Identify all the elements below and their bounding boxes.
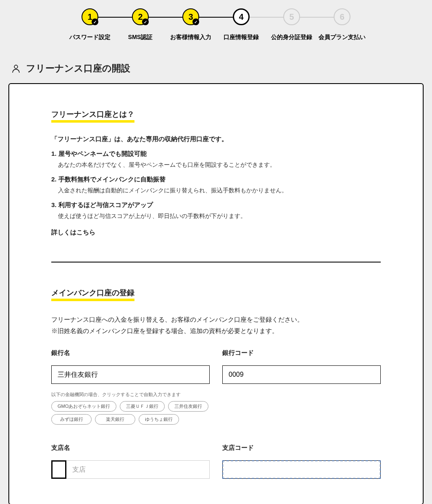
bank-name-group: 銀行名 以下の金融機関の場合、クリックすることで自動入力できます GMOあおぞら…: [51, 349, 210, 427]
check-icon: ✓: [92, 18, 98, 25]
step-circle-2: 2 ✓: [132, 8, 149, 25]
branch-code-group: 支店コード: [222, 444, 381, 479]
step-num: 6: [340, 12, 344, 22]
step-circle-3: 3 ✓: [182, 8, 199, 25]
intro-text: 「フリーナンス口座」は、あなた専用の収納代行用口座です。: [51, 135, 381, 143]
branch-input-wrap: [51, 460, 210, 479]
branch-row: 支店名 支店コード: [51, 444, 381, 479]
chip-row-1: GMOあおぞらネット銀行 三菱ＵＦＪ銀行 三井住友銀行: [51, 401, 210, 412]
quick-fill-label: 以下の金融機関の場合、クリックすることで自動入力できます: [51, 391, 210, 398]
bank-code-label: 銀行コード: [222, 349, 381, 357]
step-2: 2 ✓ SMS認証: [115, 8, 166, 41]
section-desc: フリーナンス口座への入金を振り替える、お客様のメインバンク口座をご登録ください。…: [51, 314, 381, 336]
bank-chip-mufg[interactable]: 三菱ＵＦＪ銀行: [120, 401, 165, 412]
check-icon: ✓: [142, 18, 149, 25]
step-circle-6: 6: [334, 8, 350, 25]
step-6: 6 会員プラン支払い: [317, 8, 367, 41]
page-title: フリーナンス口座の開設: [26, 62, 130, 75]
about-section: フリーナンス口座とは？ 「フリーナンス口座」は、あなた専用の収納代行用口座です。…: [51, 109, 381, 236]
benefit-3-desc: 使えば使うほど与信スコアが上がり、即日払いの手数料が下がります。: [58, 213, 381, 220]
bank-code-input[interactable]: [222, 365, 381, 384]
bank-code-group: 銀行コード: [222, 349, 381, 427]
bank-chip-gmo[interactable]: GMOあおぞらネット銀行: [51, 401, 116, 412]
step-label: 口座情報登録: [224, 34, 259, 41]
chip-row-2: みずほ銀行 楽天銀行 ゆうちょ銀行: [51, 414, 210, 425]
details-link[interactable]: 詳しくはこちら: [51, 228, 381, 236]
bank-chip-yucho[interactable]: ゆうちょ銀行: [139, 414, 179, 425]
step-label: お客様情報入力: [170, 34, 211, 41]
benefit-2-desc: 入金された報酬は自動的にメインバンクに振り替えられ、振込手数料もかかりません。: [58, 187, 381, 194]
step-circle-1: 1 ✓: [82, 8, 98, 25]
bank-chip-mizuho[interactable]: みずほ銀行: [51, 414, 92, 425]
section-divider: [51, 262, 381, 262]
progress-stepper: 1 ✓ パスワード設定 2 ✓ SMS認証 3 ✓ お客様情報入力 4 口座情報…: [0, 0, 432, 45]
branch-code-input[interactable]: [222, 460, 381, 479]
bank-name-label: 銀行名: [51, 349, 210, 357]
step-circle-5: 5: [283, 8, 300, 25]
section-heading-mainbank: メインバンク口座の登録: [51, 288, 134, 301]
branch-prefix-box[interactable]: [51, 460, 66, 479]
bank-chip-smbc[interactable]: 三井住友銀行: [168, 401, 208, 412]
step-num: 4: [239, 12, 243, 22]
branch-code-label: 支店コード: [222, 444, 381, 452]
desc-line-1: フリーナンス口座への入金を振り替える、お客様のメインバンク口座をご登録ください。: [51, 314, 381, 325]
check-icon: ✓: [192, 18, 199, 25]
step-circle-4: 4: [233, 8, 250, 25]
step-1: 1 ✓ パスワード設定: [65, 8, 115, 41]
benefit-1-desc: あなたの本名だけでなく、屋号やペンネームでも口座を開設することができます。: [58, 161, 381, 169]
step-5: 5 公的身分証登録: [266, 8, 317, 41]
step-label: パスワード設定: [69, 34, 111, 41]
branch-name-label: 支店名: [51, 444, 210, 452]
svg-point-0: [14, 65, 18, 68]
page-title-section: フリーナンス口座の開設: [0, 45, 432, 83]
step-4: 4 口座情報登録: [216, 8, 266, 41]
bank-name-input[interactable]: [51, 365, 210, 384]
step-label: 会員プラン支払い: [319, 34, 366, 41]
step-label: SMS認証: [128, 34, 153, 41]
step-3: 3 ✓ お客様情報入力: [166, 8, 216, 41]
bank-row: 銀行名 以下の金融機関の場合、クリックすることで自動入力できます GMOあおぞら…: [51, 349, 381, 427]
branch-name-input[interactable]: [66, 460, 210, 479]
section-heading-about: フリーナンス口座とは？: [51, 109, 134, 123]
desc-line-2: ※旧姓名義のメインバンク口座を登録する場合、追加の資料が必要となります。: [51, 325, 381, 336]
step-label: 公的身分証登録: [271, 34, 312, 41]
bank-chip-rakuten[interactable]: 楽天銀行: [95, 414, 135, 425]
branch-name-group: 支店名: [51, 444, 210, 479]
benefit-2-title: 2. 手数料無料でメインバンクに自動振替: [51, 176, 381, 184]
benefit-3-title: 3. 利用するほど与信スコアがアップ: [51, 201, 381, 209]
person-icon: [11, 63, 21, 74]
content-card: フリーナンス口座とは？ 「フリーナンス口座」は、あなた専用の収納代行用口座です。…: [8, 83, 424, 504]
main-bank-section: メインバンク口座の登録 フリーナンス口座への入金を振り替える、お客様のメインバン…: [51, 288, 381, 479]
benefit-1-title: 1. 屋号やペンネームでも開設可能: [51, 150, 381, 158]
step-num: 5: [289, 12, 294, 22]
